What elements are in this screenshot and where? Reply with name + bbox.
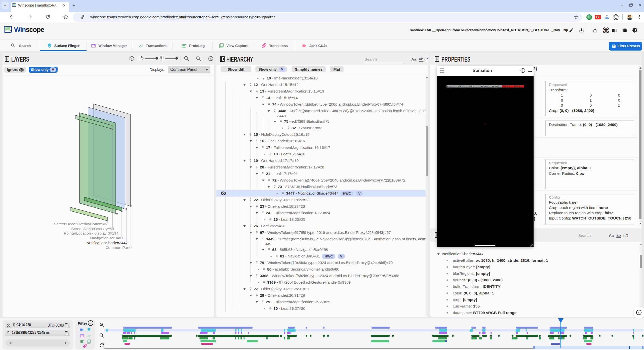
- svg-text:ScreenDecorOverlayBottom#61: ScreenDecorOverlayBottom#61: [54, 222, 109, 226]
- svg-text:NavigationBar0#81: NavigationBar0#81: [90, 236, 123, 240]
- svg-text:Common Panel: Common Panel: [105, 245, 132, 250]
- svg-text:ScreenDecorOverlay#60: ScreenDecorOverlay#60: [71, 227, 114, 231]
- svg-text:PointerLocation - display 0#13: PointerLocation - display 0#134: [64, 231, 119, 235]
- svg-text:NotificationShade#3447: NotificationShade#3447: [86, 241, 128, 245]
